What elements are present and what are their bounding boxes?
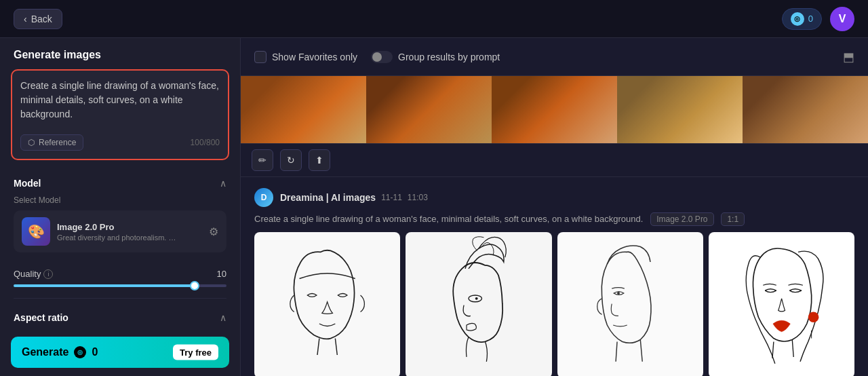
- avatar[interactable]: V: [830, 7, 854, 31]
- back-button[interactable]: ‹ Back: [14, 9, 62, 29]
- quality-section: Quality i 10: [0, 259, 240, 294]
- group-toggle[interactable]: Group results by prompt: [371, 51, 500, 63]
- svg-point-7: [808, 312, 819, 322]
- group-label: Group results by prompt: [398, 52, 500, 62]
- model-section: Model ∧ Select Model 🎨 Image 2.0 Pro Gre…: [0, 168, 240, 259]
- refresh-button[interactable]: ↻: [280, 149, 302, 171]
- svg-rect-1: [412, 232, 545, 376]
- model-name: Image 2.0 Pro: [57, 222, 179, 232]
- favorites-checkbox[interactable]: [254, 51, 267, 63]
- app-name: Dreamina | AI images: [280, 192, 376, 203]
- chevron-up-icon: ∧: [220, 178, 226, 189]
- model-description: Great diversity and photorealism. Of...: [57, 233, 179, 242]
- result-section: D Dreamina | AI images 11-11 11:03 Creat…: [241, 177, 868, 376]
- action-bar: ✏ ↻ ⬆: [241, 144, 868, 177]
- group-switch[interactable]: [371, 51, 393, 63]
- generate-label: Generate ◎ 0: [22, 346, 98, 358]
- prompt-area: ⬡ Reference 100/800: [11, 69, 229, 160]
- result-date: 11-11: [381, 193, 402, 202]
- reference-image-5: [743, 76, 868, 143]
- favorites-toggle[interactable]: Show Favorites only: [254, 51, 357, 63]
- result-image-4[interactable]: [709, 232, 854, 376]
- upload-button[interactable]: ⬆: [309, 149, 330, 171]
- quality-label: Quality i: [14, 269, 53, 279]
- char-count: 100/800: [191, 138, 220, 147]
- generate-button[interactable]: Generate ◎ 0 Try free: [11, 337, 229, 368]
- reference-image-4: [617, 76, 743, 143]
- results-topbar: Show Favorites only Group results by pro…: [241, 38, 868, 76]
- result-header: D Dreamina | AI images 11-11 11:03: [254, 188, 854, 207]
- right-panel: Show Favorites only Group results by pro…: [241, 38, 868, 376]
- reference-image-1: [241, 76, 366, 143]
- svg-rect-6: [715, 232, 848, 376]
- svg-rect-0: [261, 232, 394, 376]
- result-time: 11:03: [408, 193, 428, 202]
- svg-point-3: [475, 297, 478, 300]
- quality-slider[interactable]: [14, 284, 226, 287]
- model-section-header: Model ∧: [14, 178, 226, 189]
- model-thumbnail: 🎨: [22, 217, 50, 246]
- archive-icon[interactable]: ⬒: [843, 50, 854, 64]
- aspect-ratio-title: Aspect ratio: [14, 312, 68, 323]
- model-info: Image 2.0 Pro Great diversity and photor…: [57, 222, 179, 242]
- prompt-footer: ⬡ Reference 100/800: [20, 134, 220, 151]
- topbar-left: Show Favorites only Group results by pro…: [254, 51, 500, 63]
- generate-bar: Generate ◎ 0 Try free: [0, 328, 240, 376]
- reference-image-strip: [241, 76, 868, 144]
- result-meta: Dreamina | AI images 11-11 11:03: [280, 192, 428, 203]
- generate-coins-icon: ◎: [74, 346, 86, 358]
- divider: [14, 298, 226, 299]
- result-images-grid: [254, 232, 854, 376]
- reference-icon: ⬡: [28, 138, 35, 147]
- quality-value: 10: [217, 269, 226, 279]
- try-free-badge: Try free: [173, 345, 218, 360]
- model-section-title: Model: [14, 178, 41, 189]
- favorites-label: Show Favorites only: [272, 52, 357, 62]
- select-model-label: Select Model: [14, 195, 226, 205]
- dreamina-icon: D: [254, 188, 273, 207]
- prompt-input[interactable]: [20, 79, 220, 126]
- result-image-2[interactable]: [406, 232, 551, 376]
- chevron-up-icon-2: ∧: [220, 312, 226, 323]
- slider-fill: [14, 284, 195, 287]
- svg-rect-4: [564, 232, 696, 376]
- reference-image-3: [492, 76, 617, 143]
- quality-info-icon[interactable]: i: [43, 269, 53, 279]
- reference-button[interactable]: ⬡ Reference: [20, 134, 83, 151]
- toggle-dot: [372, 52, 382, 62]
- aspect-ratio-header: Aspect ratio ∧: [14, 312, 226, 323]
- top-navigation: ‹ Back ◎ 0 V: [0, 0, 868, 38]
- result-image-3[interactable]: [557, 232, 703, 376]
- quality-row: Quality i 10: [14, 269, 226, 279]
- panel-title: Generate images: [0, 38, 240, 69]
- reference-image-2: [366, 76, 492, 143]
- model-card-left: 🎨 Image 2.0 Pro Great diversity and phot…: [22, 217, 179, 246]
- ratio-tag: 1:1: [721, 212, 745, 226]
- left-panel: Generate images ⬡ Reference 100/800 Mode…: [0, 38, 241, 376]
- result-image-1[interactable]: [254, 232, 400, 376]
- coins-badge[interactable]: ◎ 0: [782, 8, 822, 30]
- model-card[interactable]: 🎨 Image 2.0 Pro Great diversity and phot…: [14, 210, 226, 252]
- slider-thumb[interactable]: [190, 281, 199, 290]
- svg-point-5: [617, 292, 620, 295]
- result-prompt: Create a single line drawing of a woman'…: [254, 214, 854, 224]
- nav-right: ◎ 0 V: [782, 7, 854, 31]
- edit-button[interactable]: ✏: [252, 149, 273, 171]
- settings-icon[interactable]: ⚙: [209, 225, 218, 238]
- coins-icon: ◎: [791, 12, 804, 26]
- main-layout: Generate images ⬡ Reference 100/800 Mode…: [0, 38, 868, 376]
- model-tag: Image 2.0 Pro: [650, 212, 713, 226]
